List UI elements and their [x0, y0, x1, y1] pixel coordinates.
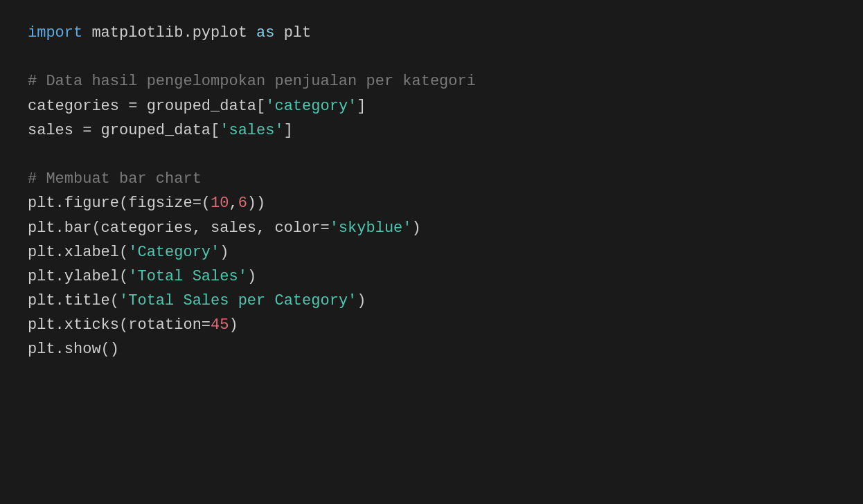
- line-import: import matplotlib.pyplot as plt: [28, 21, 835, 45]
- code-token: sales = grouped_data[: [28, 122, 220, 139]
- line-figure: plt.figure(figsize=(10,6)): [28, 191, 835, 215]
- code-token: # Membuat bar chart: [28, 170, 202, 188]
- line-show: plt.show(): [28, 337, 835, 361]
- code-token: plt.xticks(rotation=: [28, 316, 211, 334]
- code-token: 'Total Sales per Category': [119, 292, 357, 309]
- code-token: plt.ylabel(: [28, 268, 128, 285]
- code-token: 'Category': [128, 244, 220, 261]
- line-xticks: plt.xticks(rotation=45): [28, 313, 835, 337]
- code-token: 45: [211, 316, 229, 334]
- line-xlabel: plt.xlabel('Category'): [28, 240, 835, 264]
- code-editor: import matplotlib.pyplot as plt# Data ha…: [28, 21, 835, 362]
- code-token: ): [357, 292, 366, 309]
- code-token: 'sales': [220, 122, 283, 139]
- code-token: ): [412, 219, 421, 237]
- code-token: plt.title(: [28, 292, 119, 309]
- line-empty-2: [28, 143, 835, 167]
- code-token: categories = grouped_data[: [28, 98, 265, 115]
- code-token: plt.figure(figsize=(: [28, 195, 211, 212]
- code-token: ,: [229, 195, 238, 212]
- code-token: 'Total Sales': [128, 268, 247, 285]
- code-token: plt.xlabel(: [28, 244, 128, 261]
- code-token: plt.bar(categories, sales, color=: [28, 219, 330, 237]
- code-token: as: [256, 24, 274, 42]
- code-token: 'skyblue': [330, 219, 412, 237]
- line-empty-1: [28, 45, 835, 69]
- line-comment-2: # Membuat bar chart: [28, 167, 835, 191]
- code-token: 6: [238, 195, 247, 212]
- line-sales: sales = grouped_data['sales']: [28, 118, 835, 143]
- code-token: ): [229, 316, 238, 334]
- code-token: # Data hasil pengelompokan penjualan per…: [28, 73, 476, 90]
- code-token: plt: [274, 24, 311, 42]
- line-categories: categories = grouped_data['category']: [28, 94, 835, 118]
- code-token: 10: [211, 195, 229, 212]
- code-token: ): [220, 244, 229, 261]
- code-token: plt.show(): [28, 341, 119, 358]
- line-comment-1: # Data hasil pengelompokan penjualan per…: [28, 69, 835, 93]
- line-ylabel: plt.ylabel('Total Sales'): [28, 264, 835, 289]
- code-token: ]: [284, 122, 293, 139]
- code-token: ): [247, 268, 256, 285]
- code-token: import: [28, 24, 82, 42]
- code-token: ]: [357, 98, 366, 115]
- code-token: matplotlib.pyplot: [82, 24, 256, 42]
- line-bar: plt.bar(categories, sales, color='skyblu…: [28, 216, 835, 240]
- line-title: plt.title('Total Sales per Category'): [28, 289, 835, 313]
- code-token: )): [247, 195, 265, 212]
- code-token: 'category': [265, 98, 357, 115]
